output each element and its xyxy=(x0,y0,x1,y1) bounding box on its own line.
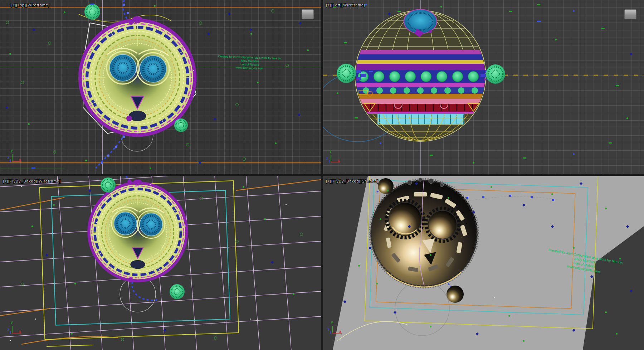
axis-x-label: x xyxy=(19,158,21,162)
scene-flyby-wireframe xyxy=(0,176,321,350)
axis-y-label: y xyxy=(11,149,13,152)
shaded-sphere xyxy=(370,178,478,287)
axis-y-label: y xyxy=(331,320,333,324)
axis-y-line xyxy=(331,155,331,162)
viewport-tool-button[interactable] xyxy=(302,9,314,19)
axis-z-label: z xyxy=(328,327,330,331)
gloss-sphere-top xyxy=(378,178,394,194)
axis-z-line xyxy=(10,159,11,162)
scene-left-wireframe xyxy=(323,0,644,174)
axis-y-label: y xyxy=(330,149,332,153)
viewport-flyby-shaded[interactable]: Created for Intel Corporation as a work … xyxy=(323,176,644,350)
axis-x-label: x xyxy=(19,330,21,334)
viewport-tool-button[interactable] xyxy=(624,9,636,19)
axis-z-line xyxy=(10,331,11,334)
viewport-top[interactable]: Created for Intel Corporation as a work … xyxy=(0,0,321,174)
viewport-label-top[interactable]: [+][Top][Wireframe] xyxy=(11,3,49,7)
axis-z-label: z xyxy=(326,156,328,160)
axis-x-label: x xyxy=(338,159,340,162)
axis-gizmo: y x z xyxy=(327,150,344,167)
axis-y-line xyxy=(12,326,13,334)
axis-gizmo: y x z xyxy=(328,321,345,338)
scene-top-wireframe xyxy=(0,0,321,174)
viewport-label-left[interactable]: [+][Left][Wireframe] xyxy=(326,3,365,7)
axis-gizmo: y x z xyxy=(8,150,25,166)
axis-x-label: x xyxy=(339,330,341,334)
viewport-label-flyby-wireframe[interactable]: [+][FlyBy_Baked][Wireframe] xyxy=(3,179,61,183)
axis-y-line xyxy=(332,326,333,334)
axis-z-label: z xyxy=(8,156,9,160)
scene-flyby-shaded xyxy=(323,176,644,350)
axis-y-label: y xyxy=(11,320,13,324)
axis-z-line xyxy=(330,331,331,334)
application-window: Created for Intel Corporation as a work … xyxy=(0,0,644,350)
viewport-left[interactable]: [+][Left][Wireframe] y x z xyxy=(323,0,644,174)
axis-gizmo: y x z xyxy=(8,321,25,338)
viewport-label-flyby-shaded[interactable]: [+][FlyBy_Baked][Shaded] xyxy=(326,179,379,183)
axis-z-label: z xyxy=(8,327,9,331)
axis-z-line xyxy=(329,160,330,163)
gloss-sphere-bottom xyxy=(447,286,464,303)
viewport-flyby-wireframe[interactable]: [+][FlyBy_Baked][Wireframe] y x z xyxy=(0,176,321,350)
axis-y-line xyxy=(12,154,13,162)
